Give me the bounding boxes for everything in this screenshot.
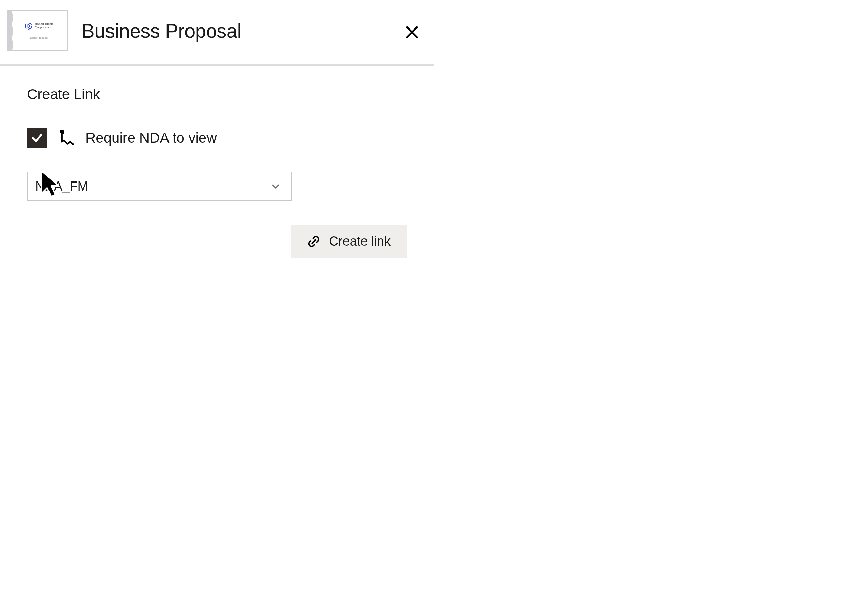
nda-select-value: NDA_FM — [35, 179, 88, 194]
dialog-content: Create Link Require NDA to view NDA_FM — [0, 66, 434, 272]
thumbnail-brand-line2: Corporation — [35, 26, 53, 30]
chevron-down-icon — [270, 181, 281, 191]
require-nda-checkbox[interactable] — [27, 128, 47, 148]
dialog-header: Cobalt Circle Corporation Sales Proposal… — [0, 0, 434, 66]
close-icon — [404, 25, 419, 40]
thumbnail-wave-decoration — [12, 11, 14, 51]
close-button[interactable] — [403, 24, 421, 41]
cobalt-circle-logo-icon — [24, 22, 32, 30]
dialog-actions: Create link — [27, 225, 407, 258]
require-nda-label: Require NDA to view — [86, 130, 217, 146]
link-icon — [307, 235, 320, 248]
document-thumbnail: Cobalt Circle Corporation Sales Proposal — [7, 10, 68, 51]
thumbnail-binding-edge — [7, 11, 12, 50]
thumbnail-subtitle: Sales Proposal — [30, 36, 48, 39]
create-link-button[interactable]: Create link — [291, 225, 407, 258]
dialog-title: Business Proposal — [81, 19, 241, 42]
require-nda-row: Require NDA to view — [27, 128, 407, 148]
create-link-button-label: Create link — [329, 234, 391, 249]
thumbnail-brand-text: Cobalt Circle Corporation — [35, 23, 53, 30]
section-title: Create Link — [27, 86, 407, 111]
svg-point-1 — [27, 25, 30, 28]
thumbnail-brand-row: Cobalt Circle Corporation — [24, 22, 53, 30]
svg-point-0 — [25, 23, 31, 29]
checkmark-icon — [31, 132, 43, 145]
nda-template-select[interactable]: NDA_FM — [27, 172, 292, 201]
signature-icon — [57, 129, 75, 147]
nda-select-row: NDA_FM — [27, 172, 407, 201]
